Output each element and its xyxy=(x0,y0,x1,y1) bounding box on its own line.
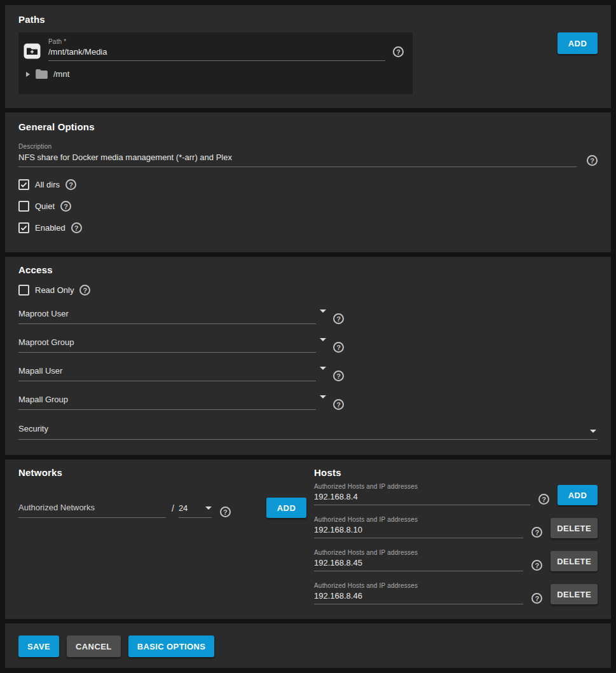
read-only-checkbox[interactable] xyxy=(18,285,29,296)
footer-actions: SAVE CANCEL BASIC OPTIONS xyxy=(5,623,611,668)
hosts-title: Hosts xyxy=(314,467,598,478)
access-section: Access Read Only ? Maproot User ? Maproo… xyxy=(5,257,611,455)
help-icon[interactable]: ? xyxy=(587,155,598,166)
path-explorer-panel: Path * /mnt/tank/Media ? /mnt xyxy=(18,32,413,94)
chevron-down-icon xyxy=(320,338,326,341)
maproot-group-row: Maproot Group ? xyxy=(18,337,598,353)
paths-add-button[interactable]: ADD xyxy=(558,32,598,54)
help-icon[interactable]: ? xyxy=(333,370,344,381)
save-button[interactable]: SAVE xyxy=(18,636,59,657)
security-select[interactable]: Security xyxy=(18,424,598,440)
general-options-section: General Options Description NFS share fo… xyxy=(5,112,611,252)
read-only-option: Read Only ? xyxy=(18,285,598,296)
maproot-group-label: Maproot Group xyxy=(18,337,74,347)
help-icon[interactable]: ? xyxy=(60,201,71,212)
expand-arrow-icon[interactable] xyxy=(26,72,30,77)
mapall-user-row: Mapall User ? xyxy=(18,366,598,381)
networks-hosts-section: Networks Authorized Networks / 24 ? ADD … xyxy=(5,459,611,619)
help-icon[interactable]: ? xyxy=(65,179,76,190)
nfs-share-form-page: Paths Path * /mnt/tank/Media ? xyxy=(0,0,616,673)
help-icon[interactable]: ? xyxy=(531,527,542,538)
quiet-label: Quiet xyxy=(35,201,55,211)
help-icon[interactable]: ? xyxy=(79,285,90,296)
host-add-button[interactable]: ADD xyxy=(558,485,598,505)
chevron-down-icon xyxy=(205,506,212,510)
enabled-label: Enabled xyxy=(35,223,65,233)
host-input[interactable]: 192.168.8.45 xyxy=(314,556,523,571)
tree-item-label: /mnt xyxy=(53,69,69,79)
mapall-group-row: Mapall Group ? xyxy=(18,395,598,410)
paths-section: Paths Path * /mnt/tank/Media ? xyxy=(5,5,611,108)
host-input[interactable]: 192.168.8.4 xyxy=(314,490,530,505)
chevron-down-icon xyxy=(320,309,326,313)
description-input[interactable]: NFS share for Docker media management (*… xyxy=(18,150,577,167)
enabled-option: Enabled ? xyxy=(18,222,598,233)
host-delete-button[interactable]: DELETE xyxy=(551,584,598,604)
tree-item-mnt[interactable]: /mnt xyxy=(26,69,404,79)
path-label: Path * xyxy=(48,38,385,45)
read-only-label: Read Only xyxy=(35,285,74,295)
maproot-group-select[interactable]: Maproot Group xyxy=(18,337,316,353)
mapall-user-label: Mapall User xyxy=(18,366,62,376)
host-row: Authorized Hosts and IP addresses 192.16… xyxy=(314,516,598,538)
help-icon[interactable]: ? xyxy=(71,222,82,233)
help-icon[interactable]: ? xyxy=(531,560,542,571)
maproot-user-select[interactable]: Maproot User xyxy=(18,309,316,324)
maproot-user-label: Maproot User xyxy=(18,309,69,318)
host-field-label: Authorized Hosts and IP addresses xyxy=(314,516,523,523)
help-icon[interactable]: ? xyxy=(538,494,549,505)
host-row: Authorized Hosts and IP addresses 192.16… xyxy=(314,582,598,604)
quiet-checkbox[interactable] xyxy=(18,201,29,212)
host-input[interactable]: 192.168.8.46 xyxy=(314,589,523,604)
all-dirs-checkbox[interactable] xyxy=(18,179,29,190)
networks-add-button[interactable]: ADD xyxy=(266,498,306,518)
folder-icon xyxy=(36,69,48,79)
help-icon[interactable]: ? xyxy=(333,399,344,410)
host-field-label: Authorized Hosts and IP addresses xyxy=(314,582,523,589)
host-input[interactable]: 192.168.8.10 xyxy=(314,523,523,538)
cancel-button[interactable]: CANCEL xyxy=(67,636,121,657)
netmask-prefix-select[interactable]: 24 xyxy=(179,503,212,518)
all-dirs-option: All dirs ? xyxy=(18,179,598,190)
networks-column: Networks Authorized Networks / 24 ? ADD xyxy=(5,459,314,619)
networks-title: Networks xyxy=(18,467,306,478)
host-field: Authorized Hosts and IP addresses 192.16… xyxy=(314,549,523,571)
chevron-down-icon xyxy=(320,367,326,370)
host-field-label: Authorized Hosts and IP addresses xyxy=(314,549,523,556)
help-icon[interactable]: ? xyxy=(333,313,344,324)
chevron-down-icon xyxy=(590,430,596,433)
host-field: Authorized Hosts and IP addresses 192.16… xyxy=(314,516,523,538)
help-icon[interactable]: ? xyxy=(393,46,404,57)
description-label: Description xyxy=(18,143,598,150)
authorized-networks-input[interactable]: Authorized Networks xyxy=(18,503,166,518)
path-input[interactable]: /mnt/tank/Media xyxy=(48,45,385,61)
security-label: Security xyxy=(18,424,48,433)
host-row: Authorized Hosts and IP addresses 192.16… xyxy=(314,549,598,571)
maproot-user-row: Maproot User ? xyxy=(18,309,598,324)
enabled-checkbox[interactable] xyxy=(18,222,29,233)
general-options-title: General Options xyxy=(18,121,598,132)
host-field: Authorized Hosts and IP addresses 192.16… xyxy=(314,483,530,505)
access-title: Access xyxy=(18,264,598,275)
paths-title: Paths xyxy=(18,14,598,25)
chevron-down-icon xyxy=(320,395,326,398)
path-field: Path * /mnt/tank/Media xyxy=(48,38,385,61)
mapall-group-label: Mapall Group xyxy=(18,395,68,404)
host-delete-button[interactable]: DELETE xyxy=(551,518,598,538)
mapall-user-select[interactable]: Mapall User xyxy=(18,366,316,381)
mapall-group-select[interactable]: Mapall Group xyxy=(18,395,316,410)
host-field: Authorized Hosts and IP addresses 192.16… xyxy=(314,582,523,604)
basic-options-button[interactable]: BASIC OPTIONS xyxy=(128,636,215,657)
quiet-option: Quiet ? xyxy=(18,201,598,212)
create-folder-icon[interactable] xyxy=(24,43,41,59)
help-icon[interactable]: ? xyxy=(220,506,231,517)
hosts-column: Hosts Authorized Hosts and IP addresses … xyxy=(314,459,611,619)
host-row: Authorized Hosts and IP addresses 192.16… xyxy=(314,483,598,505)
host-field-label: Authorized Hosts and IP addresses xyxy=(314,483,530,490)
help-icon[interactable]: ? xyxy=(531,593,542,604)
cidr-separator: / xyxy=(172,503,174,513)
host-delete-button[interactable]: DELETE xyxy=(551,551,598,571)
all-dirs-label: All dirs xyxy=(35,180,60,189)
netmask-prefix-value: 24 xyxy=(179,503,188,513)
help-icon[interactable]: ? xyxy=(333,342,344,353)
